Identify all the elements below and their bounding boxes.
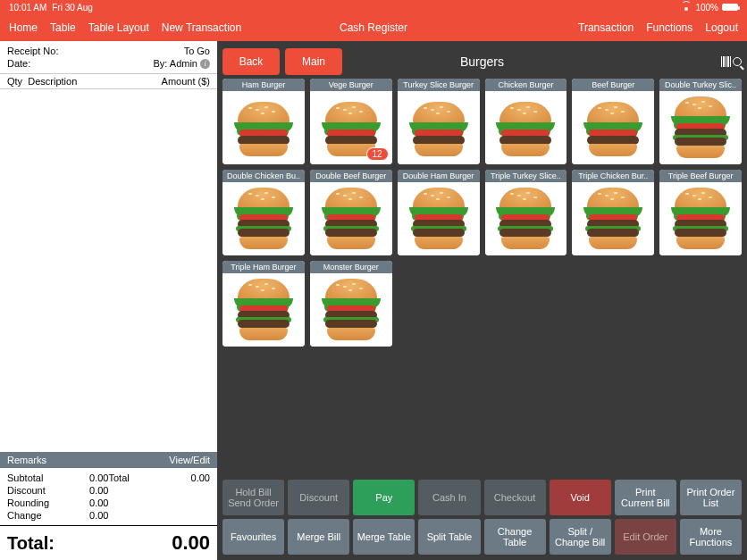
item-label: Triple Turkey Slice.. bbox=[485, 170, 567, 182]
split-change-bill-button[interactable]: Split /Change Bill bbox=[550, 519, 611, 555]
category-title: Burgers bbox=[460, 54, 504, 69]
burger-icon bbox=[659, 91, 742, 164]
cash-in-button: Cash In bbox=[418, 480, 480, 515]
remarks-bar[interactable]: Remarks View/Edit bbox=[0, 452, 217, 468]
item-label: Monster Burger bbox=[310, 261, 392, 273]
item-label: Turkey Slice Burger bbox=[398, 79, 480, 91]
item-label: Double Chicken Bu.. bbox=[222, 170, 305, 182]
status-bar: 10:01 AM Fri 30 Aug 100% bbox=[0, 0, 747, 14]
item-label: Double Ham Burger bbox=[398, 170, 480, 182]
rounding-value: 0.00 bbox=[89, 497, 108, 509]
item-grid: Ham BurgerVege Burger12Turkey Slice Burg… bbox=[222, 79, 742, 474]
total-side-label: Total bbox=[109, 472, 130, 484]
print-order-list-button[interactable]: Print OrderList bbox=[680, 480, 742, 515]
checkout-button: Checkout bbox=[484, 480, 546, 515]
burger-icon bbox=[222, 91, 305, 164]
item-label: Beef Burger bbox=[572, 79, 654, 91]
menu-item[interactable]: Double Chicken Bu.. bbox=[222, 170, 305, 255]
menu-item[interactable]: Triple Turkey Slice.. bbox=[485, 170, 567, 255]
remarks-label: Remarks bbox=[7, 455, 46, 465]
change-label: Change bbox=[7, 509, 42, 522]
subtotal-label: Subtotal bbox=[7, 472, 43, 484]
app-title: Cash Register bbox=[340, 21, 407, 34]
back-button[interactable]: Back bbox=[222, 48, 280, 75]
hold-bill-button: Hold BillSend Order bbox=[222, 480, 284, 515]
item-label: Chicken Burger bbox=[485, 79, 567, 91]
menu-item[interactable]: Chicken Burger bbox=[485, 79, 567, 164]
discount-label: Discount bbox=[7, 484, 46, 497]
barcode-search-button[interactable] bbox=[721, 56, 742, 67]
pay-button[interactable]: Pay bbox=[353, 480, 415, 515]
subtotal-value: 0.00 bbox=[89, 472, 108, 484]
menu-item[interactable]: Double Turkey Slic.. bbox=[659, 79, 742, 164]
total-side-value: 0.00 bbox=[191, 472, 210, 484]
info-icon[interactable]: i bbox=[200, 59, 210, 69]
burger-icon bbox=[572, 182, 654, 255]
main-button[interactable]: Main bbox=[285, 48, 342, 75]
menu-home[interactable]: Home bbox=[9, 21, 38, 34]
battery-icon bbox=[722, 4, 738, 11]
menu-item[interactable]: Beef Burger bbox=[572, 79, 654, 164]
amount-header: Amount ($) bbox=[162, 76, 210, 87]
receipt-lines bbox=[0, 89, 217, 452]
view-edit-link[interactable]: View/Edit bbox=[169, 455, 210, 465]
menu-logout[interactable]: Logout bbox=[705, 21, 738, 34]
menu-table[interactable]: Table bbox=[50, 21, 76, 34]
edit-order-button: Edit Order bbox=[615, 519, 676, 555]
receipt-panel: Receipt No: To Go Date: By: Admin i Qty … bbox=[0, 41, 217, 560]
item-label: Triple Chicken Bur.. bbox=[572, 170, 654, 182]
desc-header: Description bbox=[28, 76, 77, 87]
burger-icon bbox=[222, 273, 305, 347]
burger-icon bbox=[485, 182, 567, 255]
discount-button: Discount bbox=[288, 480, 349, 515]
burger-icon bbox=[310, 273, 392, 347]
menu-table-layout[interactable]: Table Layout bbox=[88, 21, 149, 34]
battery-percent: 100% bbox=[695, 3, 718, 13]
by-admin: By: Admin bbox=[153, 57, 197, 70]
void-button[interactable]: Void bbox=[550, 480, 611, 515]
search-icon bbox=[733, 57, 742, 66]
change-table-button[interactable]: ChangeTable bbox=[484, 519, 546, 555]
burger-icon bbox=[398, 182, 480, 255]
menu-item[interactable]: Ham Burger bbox=[222, 79, 305, 164]
more-functions-button[interactable]: MoreFunctions bbox=[680, 519, 742, 555]
action-bar: Hold BillSend OrderDiscountPayCash InChe… bbox=[222, 474, 742, 560]
menu-item[interactable]: Double Ham Burger bbox=[398, 170, 480, 255]
burger-icon bbox=[572, 91, 654, 164]
merge-bill-button[interactable]: Merge Bill bbox=[288, 519, 349, 555]
menu-item[interactable]: Turkey Slice Burger bbox=[398, 79, 480, 164]
split-table-button[interactable]: Split Table bbox=[418, 519, 480, 555]
menu-item[interactable]: Monster Burger bbox=[310, 261, 392, 347]
menu-bar: HomeTableTable LayoutNew Transaction Cas… bbox=[0, 14, 747, 41]
burger-icon bbox=[659, 182, 742, 255]
item-label: Triple Beef Burger bbox=[659, 170, 742, 182]
menu-item[interactable]: Vege Burger12 bbox=[310, 79, 392, 164]
menu-item[interactable]: Double Beef Burger bbox=[310, 170, 392, 255]
item-label: Ham Burger bbox=[222, 79, 305, 91]
barcode-icon bbox=[721, 56, 731, 67]
menu-new-transaction[interactable]: New Transaction bbox=[162, 21, 241, 34]
burger-icon bbox=[310, 182, 392, 255]
menu-transaction[interactable]: Transaction bbox=[578, 21, 634, 34]
menu-left: HomeTableTable LayoutNew Transaction bbox=[9, 21, 241, 34]
date-label: Date: bbox=[7, 57, 30, 70]
rounding-label: Rounding bbox=[7, 497, 49, 509]
burger-icon bbox=[398, 91, 480, 164]
wifi-icon bbox=[681, 4, 692, 11]
status-time: 10:01 AM bbox=[9, 3, 46, 13]
menu-functions[interactable]: Functions bbox=[646, 21, 692, 34]
menu-item[interactable]: Triple Ham Burger bbox=[222, 261, 305, 347]
status-date: Fri 30 Aug bbox=[52, 3, 93, 13]
burger-icon bbox=[485, 91, 567, 164]
qty-badge: 12 bbox=[366, 147, 389, 161]
menu-item[interactable]: Triple Chicken Bur.. bbox=[572, 170, 654, 255]
print-current-bill-button[interactable]: PrintCurrent Bill bbox=[615, 480, 676, 515]
item-label: Triple Ham Burger bbox=[222, 261, 305, 273]
item-label: Double Beef Burger bbox=[310, 170, 392, 182]
item-label: Double Turkey Slic.. bbox=[659, 79, 742, 91]
receipt-no-label: Receipt No: bbox=[7, 45, 58, 57]
order-type: To Go bbox=[184, 45, 210, 57]
merge-table-button[interactable]: Merge Table bbox=[353, 519, 415, 555]
favourites-button[interactable]: Favourites bbox=[222, 519, 284, 555]
menu-item[interactable]: Triple Beef Burger bbox=[659, 170, 742, 255]
